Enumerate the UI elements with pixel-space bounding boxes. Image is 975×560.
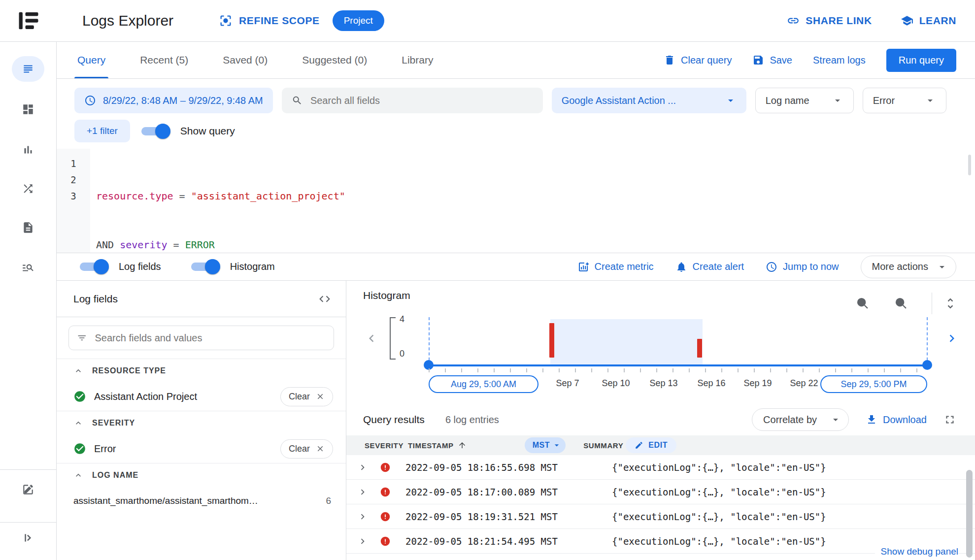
- row-timestamp: 2022-09-05 18:21:54.495 MST: [405, 536, 585, 547]
- clear-label: Clear: [289, 444, 310, 454]
- tab-recent[interactable]: Recent (5): [137, 42, 191, 78]
- fullscreen-icon: [943, 413, 956, 426]
- zoom-out-button[interactable]: [854, 295, 872, 312]
- pan-left-button[interactable]: [364, 331, 379, 346]
- filter-row: 8/29/22, 8:48 AM – 9/29/22, 9:48 AM Goog…: [57, 79, 975, 113]
- query-line: AND severity = ERROR: [96, 237, 612, 253]
- severity-value: Error: [94, 443, 272, 455]
- more-actions-dropdown[interactable]: More actions: [861, 256, 957, 278]
- share-link-button[interactable]: SHARE LINK: [787, 14, 872, 27]
- tab-library[interactable]: Library: [399, 42, 436, 78]
- timeline-label: Sep 16: [687, 378, 736, 389]
- sidebar-panel-toggle[interactable]: [12, 525, 44, 551]
- dropdown-arrow-icon: [830, 414, 841, 426]
- histogram-bar[interactable]: [549, 323, 554, 358]
- sidebar-item-log-analytics[interactable]: [12, 255, 44, 280]
- expand-row-icon[interactable]: [357, 511, 368, 522]
- show-debug-panel-link[interactable]: Show debug panel: [875, 546, 958, 557]
- fullscreen-button[interactable]: [943, 413, 956, 426]
- clear-severity-filter-button[interactable]: Clear: [280, 439, 333, 459]
- sidebar-item-log-storage[interactable]: [12, 215, 44, 240]
- add-filter-button[interactable]: +1 filter: [74, 120, 130, 142]
- product-logo[interactable]: [0, 8, 57, 33]
- project-scope-badge[interactable]: Project: [333, 10, 384, 31]
- column-timestamp-sort[interactable]: TIMESTAMP: [408, 441, 467, 450]
- trash-icon: [664, 54, 675, 66]
- edit-summary-button[interactable]: EDIT: [626, 437, 676, 453]
- run-query-button[interactable]: Run query: [886, 49, 956, 72]
- view-toolbar: Log fields Histogram Create metric: [57, 253, 975, 281]
- log-fields-search: [68, 326, 334, 350]
- clear-query-label: Clear query: [681, 55, 732, 66]
- clear-resource-filter-button[interactable]: Clear: [280, 387, 333, 406]
- clear-query-button[interactable]: Clear query: [664, 54, 732, 66]
- log-fields-search-input[interactable]: [94, 332, 326, 344]
- histogram-toggle[interactable]: [190, 259, 220, 274]
- log-name-value-row[interactable]: assistant_smarthome/assistant_smarthom… …: [57, 487, 346, 515]
- query-results-header: Query results 6 log entries Correlate by…: [346, 404, 975, 435]
- zoom-in-button[interactable]: [892, 295, 910, 312]
- time-range-label: 8/29/22, 8:48 AM – 9/29/22, 9:48 AM: [103, 95, 263, 106]
- create-metric-button[interactable]: Create metric: [577, 261, 654, 273]
- correlate-by-dropdown[interactable]: Correlate by: [752, 408, 849, 431]
- query-results-title: Query results: [363, 414, 425, 426]
- sidebar-item-logs-explorer[interactable]: [12, 56, 44, 82]
- log-fields-toggle[interactable]: [78, 259, 109, 274]
- correlate-by-label: Correlate by: [763, 414, 817, 426]
- learn-button[interactable]: LEARN: [901, 14, 956, 27]
- histogram-selection-region[interactable]: [550, 319, 703, 364]
- expand-row-icon[interactable]: [357, 487, 368, 497]
- download-button[interactable]: Download: [866, 414, 927, 426]
- save-button[interactable]: Save: [752, 54, 792, 66]
- tab-suggested[interactable]: Suggested (0): [299, 42, 370, 78]
- expand-row-icon[interactable]: [357, 536, 368, 547]
- tab-saved[interactable]: Saved (0): [220, 42, 270, 78]
- resource-dropdown[interactable]: Google Assistant Action ...: [552, 88, 746, 113]
- topbar: Logs Explorer REFINE SCOPE Project SHARE…: [0, 0, 975, 42]
- range-end-pill[interactable]: Sep 29, 5:00 PM: [820, 375, 927, 393]
- show-query-toggle[interactable]: [140, 124, 170, 139]
- table-row[interactable]: 2022-09-05 18:17:00.089 MST {"executionL…: [346, 480, 975, 504]
- range-start-pill[interactable]: Aug 29, 5:00 AM: [429, 375, 538, 393]
- query-editor[interactable]: 1 2 3 resource.type = "assistant_action_…: [57, 149, 975, 253]
- results-scrollbar[interactable]: [966, 470, 973, 558]
- jump-to-now-label: Jump to now: [783, 261, 839, 272]
- y-axis-min-label: 0: [400, 349, 404, 359]
- search-all-fields-input[interactable]: [309, 95, 533, 107]
- expand-row-icon[interactable]: [357, 462, 368, 473]
- sidebar-item-compose[interactable]: [12, 477, 44, 502]
- section-log-name[interactable]: LOG NAME: [57, 463, 346, 487]
- time-range-picker[interactable]: 8/29/22, 8:48 AM – 9/29/22, 9:48 AM: [74, 88, 273, 113]
- expand-histogram-button[interactable]: [941, 295, 959, 312]
- sidebar-item-log-router[interactable]: [12, 176, 44, 201]
- stream-logs-button[interactable]: Stream logs: [813, 55, 866, 66]
- histogram-bar[interactable]: [697, 339, 702, 358]
- sidebar-item-dashboard[interactable]: [12, 97, 44, 122]
- log-name-dropdown[interactable]: Log name: [755, 88, 854, 113]
- table-row[interactable]: 2022-09-05 18:19:31.521 MST {"executionL…: [346, 504, 975, 529]
- resource-dropdown-label: Google Assistant Action ...: [562, 95, 676, 106]
- timezone-dropdown[interactable]: MST: [525, 437, 566, 453]
- editor-scrollbar[interactable]: [968, 155, 971, 175]
- create-alert-button[interactable]: Create alert: [675, 261, 744, 273]
- timeline-track[interactable]: [429, 364, 927, 366]
- sidebar-item-metrics[interactable]: [12, 137, 44, 163]
- severity-dropdown[interactable]: Error: [863, 88, 946, 113]
- table-row[interactable]: 2022-09-05 18:16:55.698 MST {"executionL…: [346, 455, 975, 480]
- dropdown-arrow-icon: [832, 95, 843, 106]
- results-table-header: SEVERITY TIMESTAMP MST SUMMARY: [346, 435, 975, 455]
- line-number: 1: [57, 156, 90, 172]
- download-icon: [866, 414, 877, 426]
- section-severity[interactable]: SEVERITY: [57, 411, 346, 434]
- results-table-body: 2022-09-05 18:16:55.698 MST {"executionL…: [346, 455, 975, 560]
- timeline-label: Sep 10: [591, 378, 640, 389]
- section-resource-type[interactable]: RESOURCE TYPE: [57, 359, 346, 382]
- alert-bell-icon: [675, 261, 687, 273]
- pan-right-button[interactable]: [944, 331, 959, 346]
- jump-to-now-button[interactable]: Jump to now: [766, 261, 839, 273]
- tab-query[interactable]: Query: [74, 42, 108, 78]
- refine-scope-button[interactable]: REFINE SCOPE: [219, 14, 320, 28]
- query-code[interactable]: resource.type = "assistant_action_projec…: [90, 149, 612, 253]
- code-toggle-button[interactable]: [318, 293, 331, 305]
- query-token: resource.type: [96, 190, 173, 202]
